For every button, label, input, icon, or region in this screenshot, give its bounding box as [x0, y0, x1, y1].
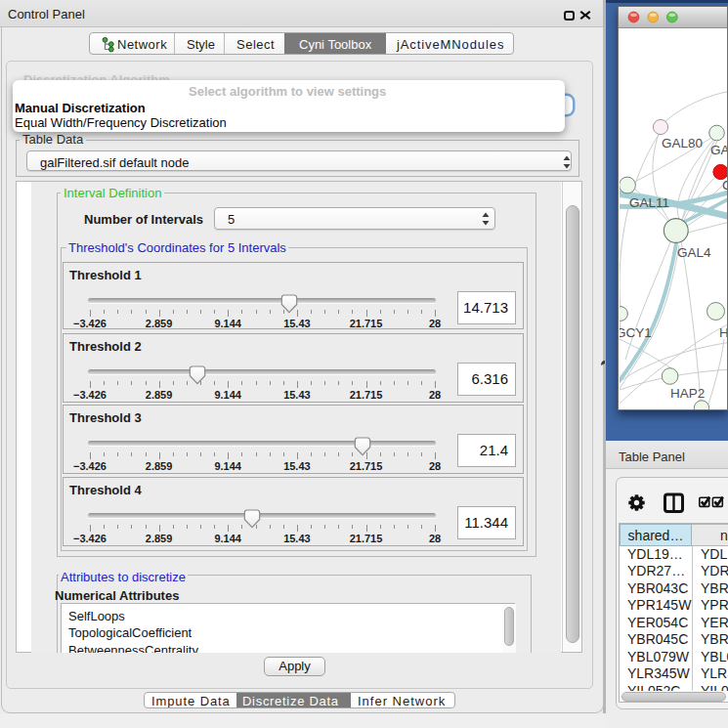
svg-text:GAL11: GAL11: [629, 195, 669, 210]
svg-text:H: H: [719, 325, 727, 340]
svg-text:GAL4: GAL4: [677, 245, 711, 260]
svg-text:HAP2: HAP2: [670, 386, 705, 401]
svg-text:C: C: [722, 178, 727, 193]
svg-text:GA: GA: [710, 143, 727, 157]
svg-text:GAL80: GAL80: [662, 136, 703, 150]
svg-text:GCY1: GCY1: [619, 325, 652, 340]
